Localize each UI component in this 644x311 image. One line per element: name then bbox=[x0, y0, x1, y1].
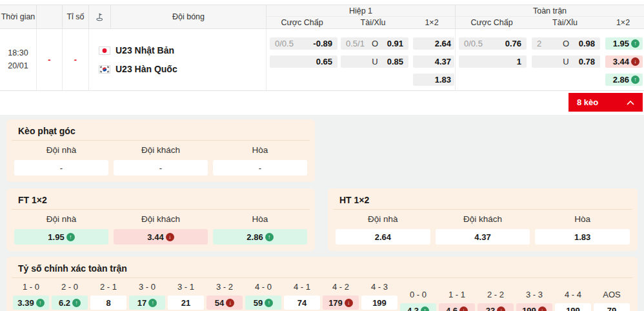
score-column: 3 - 1 21 64 bbox=[168, 282, 204, 311]
odds-value: - bbox=[259, 163, 261, 173]
draw-score-odds[interactable]: 199 bbox=[555, 303, 591, 311]
under-label: U bbox=[561, 57, 570, 66]
ft1x2-home-odds[interactable]: 1.95 bbox=[14, 229, 108, 245]
score-column: 3 - 2 54 99 bbox=[206, 282, 243, 311]
col-header-home: Đội nhà bbox=[12, 145, 111, 155]
corner-draw-odds[interactable]: - bbox=[213, 160, 307, 176]
ft-under-odds[interactable]: U 0.78 bbox=[532, 55, 600, 68]
col-header-1x2-h1: 1×2 bbox=[408, 18, 455, 27]
draw-score-column: 4 - 4 199 bbox=[555, 282, 591, 311]
ht1x2-draw-odds[interactable]: 1.83 bbox=[535, 229, 630, 245]
odds-value: 0.65 bbox=[316, 57, 332, 66]
expand-row: 8 kèo bbox=[0, 91, 644, 114]
h1-handicap-column: 0/0.5 -0.89 0.65 bbox=[270, 37, 337, 68]
trend-icon bbox=[497, 306, 505, 311]
h1-1x2-draw-odds[interactable]: 1.83 bbox=[413, 74, 454, 86]
corner-flag-icon bbox=[89, 5, 111, 28]
h1-1x2-home-odds[interactable]: 2.64 bbox=[413, 37, 454, 50]
odds-value: 0.85 bbox=[387, 57, 403, 66]
trend-icon bbox=[459, 306, 468, 311]
home-team-name: U23 Nhật Bản bbox=[116, 45, 174, 55]
odds-value: - bbox=[60, 163, 63, 173]
under-label: U bbox=[370, 57, 379, 66]
expand-button-label: 8 kèo bbox=[577, 97, 598, 107]
h1-1x2-column: 2.64 4.37 1.83 bbox=[413, 37, 454, 86]
odds-value: 4.37 bbox=[435, 57, 451, 66]
odds-value: 3.44 bbox=[613, 57, 629, 66]
score-columns: 1 - 0 3.39 6.3 2 - 0 6.2 19 2 - 1 8 14.5… bbox=[13, 282, 397, 311]
col-header-away: Đội khách bbox=[111, 214, 210, 224]
draw-score-odds[interactable]: 4.6 bbox=[439, 303, 475, 311]
match-row: 18:30 20/01 - - U23 Nhật Bản bbox=[0, 29, 644, 90]
over-label: O bbox=[561, 39, 570, 48]
ft-1x2-away-odds[interactable]: 3.44 bbox=[605, 55, 643, 68]
score-odds-top[interactable]: 17 bbox=[129, 296, 165, 310]
score-label: 2 - 1 bbox=[90, 282, 126, 293]
odds-value: 2.64 bbox=[375, 232, 391, 242]
score-odds-top[interactable]: 74 bbox=[284, 296, 320, 310]
odds-value: 2.64 bbox=[435, 39, 451, 48]
score-cell: - bbox=[63, 29, 89, 90]
kickoff-date: 20/01 bbox=[8, 60, 28, 72]
away-team[interactable]: U23 Hàn Quốc bbox=[99, 64, 266, 74]
h1-1x2-away-odds[interactable]: 4.37 bbox=[413, 55, 454, 68]
ft-1x2-home-odds[interactable]: 1.95 bbox=[605, 37, 643, 50]
col-header-handicap-h1: Cược Chấp bbox=[267, 18, 337, 27]
col-header-overunder-ft: Tài/Xỉu bbox=[528, 18, 602, 27]
h1-over-odds[interactable]: 0.5/1 O 0.91 bbox=[341, 37, 408, 50]
home-team[interactable]: U23 Nhật Bản bbox=[99, 45, 266, 55]
h1-under-odds[interactable]: U 0.85 bbox=[341, 55, 408, 68]
section-title: HT 1×2 bbox=[333, 194, 632, 210]
h1-handicap-away-odds[interactable]: 0.65 bbox=[270, 55, 337, 68]
over-label: O bbox=[370, 39, 379, 48]
score-odds-top[interactable]: 54 bbox=[206, 296, 243, 310]
ft-over-odds[interactable]: 2 O 0.98 bbox=[532, 37, 600, 50]
ft1x2-draw-odds[interactable]: 2.86 bbox=[213, 229, 307, 245]
score-label: 4 - 0 bbox=[245, 282, 281, 293]
draw-score-odds[interactable]: 79 bbox=[594, 303, 630, 311]
col-header-away: Đội khách bbox=[433, 214, 533, 224]
ft-1x2-draw-odds[interactable]: 2.86 bbox=[605, 74, 643, 86]
ft1x2-away-odds[interactable]: 3.44 bbox=[114, 229, 208, 245]
score-label: 3 - 2 bbox=[206, 282, 243, 293]
score-odds-top[interactable]: 59 bbox=[245, 296, 281, 310]
odds-table-area: Thời gian Tỉ số Đội bóng Hiệp 1 Cược Chấ… bbox=[0, 0, 644, 115]
ft-handicap-away-odds[interactable]: 1 bbox=[459, 55, 527, 68]
draw-score-odds[interactable]: 4.3 bbox=[400, 303, 436, 311]
odds-value: 17 bbox=[137, 298, 146, 308]
score-label: 3 - 3 bbox=[516, 290, 552, 301]
col-header-score: Tỉ số bbox=[63, 5, 89, 28]
odds-value: -0.89 bbox=[313, 39, 332, 48]
live-score-value: - bbox=[48, 55, 50, 65]
odds-value: 1.95 bbox=[613, 39, 629, 48]
section-title: Tỷ số chính xác toàn trận bbox=[12, 262, 632, 278]
trend-icon bbox=[421, 306, 429, 311]
trend-icon bbox=[265, 299, 273, 307]
corner-away-odds[interactable]: - bbox=[114, 160, 208, 176]
h1-handicap-home-odds[interactable]: 0/0.5 -0.89 bbox=[270, 37, 337, 50]
draw-score-odds[interactable]: 199 bbox=[516, 303, 552, 311]
ht1x2-home-odds[interactable]: 2.64 bbox=[336, 229, 430, 245]
score-odds-top[interactable]: 6.2 bbox=[52, 296, 88, 310]
score-odds-top[interactable]: 21 bbox=[168, 296, 204, 310]
draw-score-column: AOS 79 bbox=[594, 282, 630, 311]
ft-handicap-home-odds[interactable]: 0/0.5 0.76 bbox=[459, 37, 527, 50]
odds-value: 1 bbox=[517, 57, 521, 66]
draw-score-odds[interactable]: 23 bbox=[478, 303, 514, 311]
score-odds-top[interactable]: 179 bbox=[323, 296, 359, 310]
draw-score-column: 1 - 1 4.6 bbox=[439, 282, 475, 311]
score-odds-top[interactable]: 199 bbox=[361, 296, 397, 310]
section-title: FT 1×2 bbox=[12, 194, 310, 210]
score-odds-top[interactable]: 3.39 bbox=[13, 296, 49, 310]
col-group-half1: Hiệp 1 Cược Chấp Tài/Xỉu 1×2 bbox=[267, 5, 455, 28]
expand-odds-button[interactable]: 8 kèo bbox=[569, 93, 643, 112]
score-column: 4 - 3 199 199 bbox=[361, 282, 397, 311]
ht1x2-away-odds[interactable]: 4.37 bbox=[436, 229, 530, 245]
score-value: - bbox=[74, 55, 77, 65]
trend-icon bbox=[148, 299, 157, 307]
ft-overunder-column: 2 O 0.98 U 0.78 bbox=[532, 37, 600, 68]
odds-value: 79 bbox=[607, 306, 616, 311]
score-odds-top[interactable]: 8 bbox=[90, 296, 126, 310]
corner-home-odds[interactable]: - bbox=[14, 160, 108, 176]
odds-value: 0.98 bbox=[579, 39, 595, 48]
